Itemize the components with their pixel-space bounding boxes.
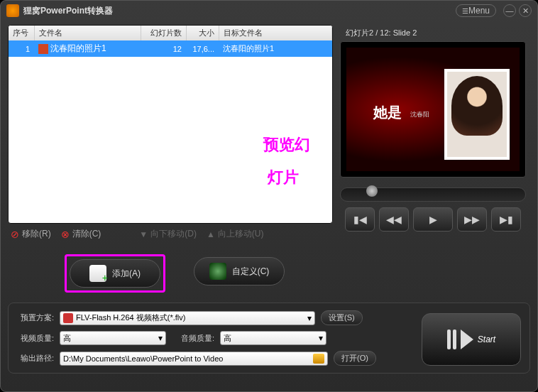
annotation-arrows <box>1 381 538 392</box>
preset-label: 预置方案: <box>16 312 54 323</box>
vquality-value[interactable] <box>63 334 158 342</box>
chevron-down-icon: ▾ <box>158 333 163 343</box>
arrow-down-icon: ▼ <box>139 229 148 239</box>
play-arrow-icon <box>461 330 473 349</box>
vquality-label: 视频质量: <box>16 333 54 344</box>
first-button[interactable]: ▮◀ <box>345 207 375 232</box>
aquality-combo[interactable]: ▾ <box>220 331 326 345</box>
file-table: 序号 文件名 幻灯片数 大小 目标文件名 1 沈春阳的照片1 12 17,6..… <box>8 25 333 224</box>
minimize-button[interactable]: — <box>503 4 516 17</box>
aquality-label: 音频质量: <box>172 333 214 344</box>
cell-size: 17,6... <box>186 40 219 57</box>
col-size[interactable]: 大小 <box>186 26 219 40</box>
bottom-panel: 预置方案: ▾ 设置(S) 视频质量: ▾ 音频质量: ▾ 输出路径: 打开(O… <box>8 303 530 374</box>
start-label: Start <box>478 334 495 344</box>
move-down-label: 向下移动(D) <box>150 228 197 240</box>
add-highlight-box: + 添加(A) <box>65 254 165 293</box>
list-toolbar: ⊘移除(R) ⊗清除(C) ▼向下移动(D) ▲向上移动(U) <box>8 224 333 244</box>
col-slides[interactable]: 幻灯片数 <box>141 26 186 40</box>
output-label: 输出路径: <box>16 353 54 364</box>
remove-label: 移除(R) <box>22 228 51 240</box>
add-label: 添加(A) <box>112 268 141 280</box>
table-row[interactable]: 1 沈春阳的照片1 12 17,6... 沈春阳的照片1 <box>9 40 332 57</box>
arrow-up-icon: ▲ <box>207 229 215 239</box>
chevron-down-icon: ▾ <box>307 313 312 323</box>
close-button[interactable]: ✕ <box>519 4 532 17</box>
add-button[interactable]: + 添加(A) <box>70 259 160 288</box>
settings-button[interactable]: 设置(S) <box>321 310 363 325</box>
forbid-icon: ⊘ <box>11 229 19 240</box>
output-path-input[interactable] <box>60 352 328 366</box>
left-panel: 序号 文件名 幻灯片数 大小 目标文件名 1 沈春阳的照片1 12 17,6..… <box>8 25 333 244</box>
clear-label: 清除(C) <box>72 228 101 240</box>
cell-target: 沈春阳的照片1 <box>219 40 332 57</box>
ppt-file-icon <box>38 44 48 54</box>
move-up-label: 向上移动(U) <box>218 228 264 240</box>
col-seq[interactable]: 序号 <box>9 26 34 40</box>
preset-value[interactable] <box>76 314 307 322</box>
start-bars-icon <box>447 330 456 349</box>
output-value[interactable] <box>63 354 313 363</box>
slide-photo <box>444 69 510 160</box>
remove-button[interactable]: ⊘移除(R) <box>11 228 51 240</box>
app-window: 狸窝PowerPoint转换器 ☰Menu — ✕ 序号 文件名 幻灯片数 大小… <box>0 0 538 392</box>
slide-main-text: 她是 <box>373 103 402 122</box>
aquality-value[interactable] <box>224 334 319 342</box>
cell-filename-text: 沈春阳的照片1 <box>50 43 106 53</box>
folder-icon[interactable] <box>313 354 324 364</box>
cell-filename: 沈春阳的照片1 <box>34 40 141 57</box>
app-logo-icon <box>6 4 19 17</box>
move-down-button[interactable]: ▼向下移动(D) <box>139 228 197 240</box>
flv-icon <box>63 313 73 323</box>
add-ppt-icon: + <box>89 265 106 282</box>
move-up-button[interactable]: ▲向上移动(U) <box>207 228 264 240</box>
start-button[interactable]: Start <box>422 313 521 366</box>
slider-knob[interactable] <box>366 185 378 197</box>
chevron-down-icon: ▾ <box>319 333 323 343</box>
play-button[interactable]: ▶ <box>413 207 453 232</box>
right-panel: 幻灯片2 / 12: Slide 2 她是 沈春阳 ▮◀ ◀◀ ▶ ▶▶ ▶▮ <box>340 25 526 244</box>
col-filename[interactable]: 文件名 <box>34 26 141 40</box>
preview-box: 她是 沈春阳 <box>340 41 526 178</box>
clear-icon: ⊗ <box>61 229 70 240</box>
clear-button[interactable]: ⊗清除(C) <box>61 228 101 240</box>
titlebar: 狸窝PowerPoint转换器 ☰Menu — ✕ <box>1 1 537 21</box>
content-area: 序号 文件名 幻灯片数 大小 目标文件名 1 沈春阳的照片1 12 17,6..… <box>1 21 537 244</box>
preview-counter: 幻灯片2 / 12: Slide 2 <box>340 25 526 41</box>
slide-background: 她是 沈春阳 <box>346 48 520 171</box>
customize-button[interactable]: 自定义(C) <box>194 257 285 285</box>
seek-slider[interactable] <box>340 187 526 202</box>
col-target[interactable]: 目标文件名 <box>219 26 332 40</box>
prev-button[interactable]: ◀◀ <box>379 207 409 232</box>
cell-slides: 12 <box>141 40 186 57</box>
customize-label: 自定义(C) <box>232 266 270 278</box>
cell-seq: 1 <box>9 40 34 57</box>
slide-sub-text: 沈春阳 <box>410 110 429 119</box>
menu-label: Menu <box>468 6 490 16</box>
last-button[interactable]: ▶▮ <box>491 207 521 232</box>
preset-combo[interactable]: ▾ <box>60 311 315 325</box>
menu-button[interactable]: ☰Menu <box>456 4 496 17</box>
player-controls: ▮◀ ◀◀ ▶ ▶▶ ▶▮ <box>340 207 526 232</box>
vquality-combo[interactable]: ▾ <box>60 331 166 345</box>
gear-icon <box>209 263 226 280</box>
action-buttons-row: + 添加(A) 自定义(C) <box>1 244 537 300</box>
open-button[interactable]: 打开(O) <box>334 351 376 366</box>
app-title: 狸窝PowerPoint转换器 <box>23 5 456 17</box>
next-button[interactable]: ▶▶ <box>457 207 487 232</box>
